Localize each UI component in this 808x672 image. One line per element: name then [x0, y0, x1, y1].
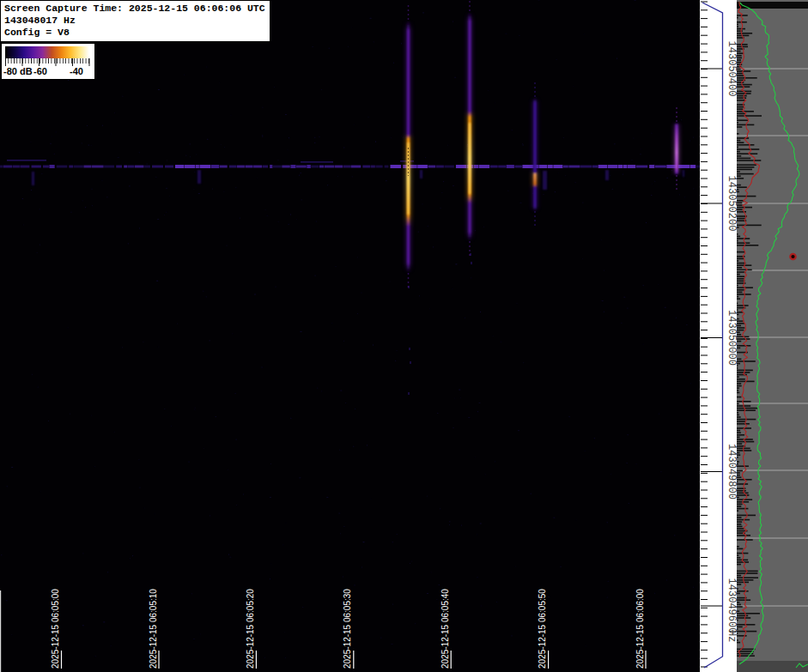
- noise-speck: [690, 141, 690, 142]
- noise-bar: [737, 584, 741, 585]
- noise-bar: [737, 240, 738, 242]
- noise-speck: [449, 524, 450, 525]
- noise-bar: [737, 504, 743, 506]
- noise-speck: [37, 252, 38, 253]
- noise-bar: [737, 285, 738, 287]
- noise-speck: [576, 519, 577, 520]
- noise-speck: [158, 347, 159, 348]
- noise-speck: [227, 245, 228, 246]
- noise-bar: [737, 575, 741, 577]
- time-axis-label: 2025-12-15 06:05:20: [246, 589, 255, 669]
- noise-speck: [654, 593, 655, 594]
- noise-speck: [594, 438, 595, 439]
- noise-speck: [22, 198, 23, 199]
- noise-bar: [737, 554, 738, 556]
- noise-bar: [737, 330, 744, 331]
- noise-speck: [39, 209, 40, 209]
- noise-speck: [671, 170, 672, 171]
- noise-speck: [343, 577, 343, 578]
- band-segment: [237, 166, 245, 168]
- noise-speck: [228, 469, 228, 470]
- noise-speck: [495, 102, 495, 103]
- noise-speck: [439, 584, 440, 585]
- noise-bar: [737, 153, 757, 154]
- noise-speck: [477, 577, 478, 578]
- band-segment: [165, 166, 173, 168]
- band-segment: [371, 166, 375, 168]
- band-segment: [351, 166, 361, 168]
- noise-bar: [737, 267, 742, 269]
- signal-streak-1: [405, 5, 412, 290]
- noise-speck: [270, 578, 270, 579]
- noise-bar: [737, 115, 762, 117]
- noise-speck: [111, 645, 112, 646]
- noise-speck: [392, 542, 393, 542]
- noise-bar: [737, 151, 740, 153]
- noise-speck: [289, 137, 289, 138]
- noise-speck: [319, 136, 320, 137]
- noise-speck: [411, 561, 412, 562]
- receiver-frequency-text: 143048017 Hz: [4, 15, 267, 27]
- noise-speck: [190, 143, 191, 144]
- noise-speck: [635, 0, 636, 1]
- noise-speck: [301, 173, 301, 173]
- noise-speck: [460, 397, 461, 398]
- noise-speck: [519, 35, 520, 36]
- noise-speck: [314, 137, 315, 138]
- band-segment: [436, 166, 444, 168]
- noise-speck: [91, 415, 92, 416]
- noise-speck: [436, 599, 437, 600]
- noise-speck: [410, 563, 410, 564]
- noise-bar: [737, 294, 751, 295]
- noise-speck: [636, 463, 637, 464]
- noise-speck: [370, 18, 372, 19]
- noise-speck: [223, 191, 224, 192]
- noise-speck: [301, 331, 302, 332]
- noise-speck: [228, 554, 229, 555]
- band-splatter: [420, 170, 422, 179]
- band-segment: [273, 166, 282, 168]
- noise-speck: [353, 446, 354, 447]
- noise-speck: [118, 157, 119, 158]
- noise-speck: [556, 59, 557, 60]
- noise-bar: [737, 158, 750, 160]
- noise-speck: [343, 148, 344, 148]
- band-segment: [43, 166, 49, 168]
- noise-speck: [627, 308, 628, 309]
- band-segment: [57, 166, 68, 168]
- band-segment: [104, 166, 114, 168]
- noise-bar: [737, 494, 749, 496]
- noise-speck: [321, 390, 322, 391]
- noise-bar: [737, 58, 742, 59]
- noise-bar: [737, 327, 744, 329]
- noise-bar: [737, 17, 738, 19]
- streak-body: [533, 98, 536, 211]
- noise-speck: [676, 318, 677, 318]
- noise-bar: [737, 119, 749, 121]
- noise-bar: [737, 639, 738, 641]
- noise-speck: [452, 288, 453, 289]
- noise-speck: [147, 164, 148, 165]
- band-segment: [479, 165, 489, 168]
- band-segment: [128, 166, 135, 168]
- band-segment: [319, 166, 324, 168]
- band-segment: [649, 165, 654, 168]
- noise-speck: [262, 135, 263, 136]
- band-splatter: [605, 170, 609, 180]
- noise-speck: [329, 48, 330, 49]
- noise-speck: [361, 567, 362, 568]
- noise-speck: [602, 300, 604, 301]
- noise-speck: [666, 579, 667, 580]
- noise-speck: [164, 409, 165, 409]
- noise-speck: [471, 277, 471, 278]
- band-upper-dash: [7, 160, 46, 161]
- noise-speck: [604, 270, 604, 271]
- noise-bar: [737, 408, 758, 409]
- noise-speck: [455, 263, 457, 264]
- noise-bar: [737, 365, 738, 366]
- noise-speck: [628, 434, 629, 435]
- noise-speck: [544, 194, 544, 195]
- noise-speck: [507, 191, 508, 191]
- noise-bar: [737, 169, 752, 171]
- noise-bar: [737, 615, 748, 617]
